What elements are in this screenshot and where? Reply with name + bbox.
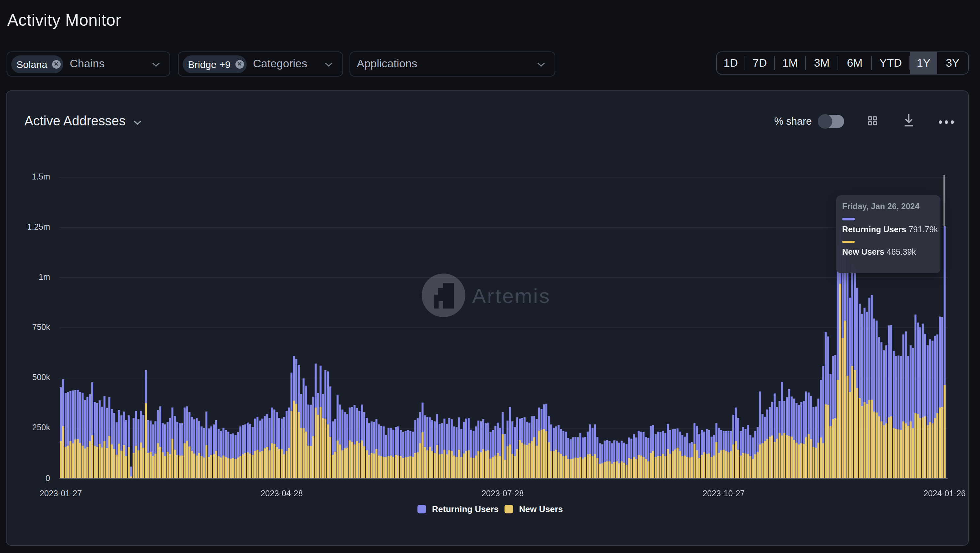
- svg-text:Artemis: Artemis: [472, 284, 550, 307]
